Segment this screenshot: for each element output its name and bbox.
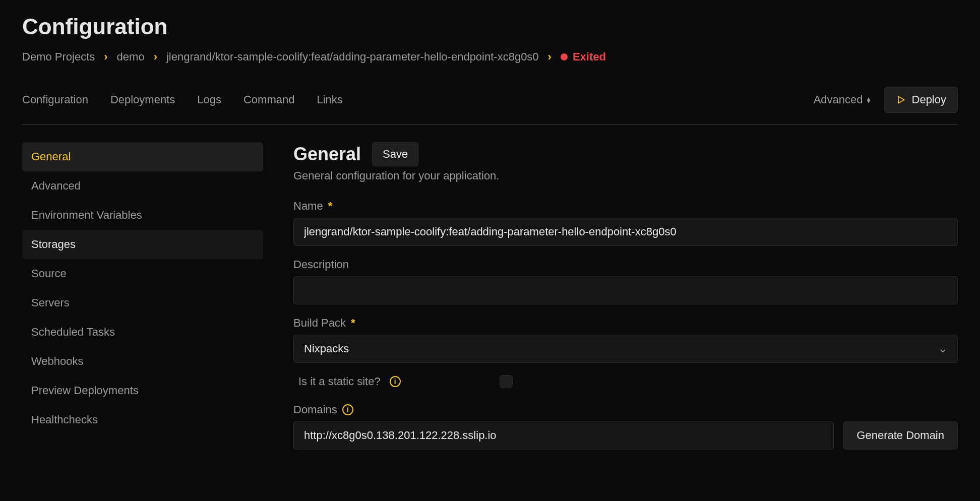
status-badge: Exited <box>561 50 606 64</box>
domains-label: Domains <box>293 403 337 416</box>
buildpack-label: Build Pack <box>293 317 346 330</box>
advanced-label: Advanced <box>814 93 863 106</box>
breadcrumb: Demo Projects › demo › jlengrand/ktor-sa… <box>22 50 958 64</box>
info-icon[interactable]: i <box>390 376 401 387</box>
info-icon[interactable]: i <box>342 404 353 415</box>
name-label: Name <box>293 200 323 213</box>
sidebar-item-preview-deployments[interactable]: Preview Deployments <box>22 376 263 405</box>
sidebar-item-healthchecks[interactable]: Healthchecks <box>22 405 263 434</box>
breadcrumb-item-projects[interactable]: Demo Projects <box>22 50 95 64</box>
chevron-right-icon: › <box>104 50 107 64</box>
tab-logs[interactable]: Logs <box>197 93 221 106</box>
tab-links[interactable]: Links <box>317 93 342 106</box>
sidebar-item-scheduled-tasks[interactable]: Scheduled Tasks <box>22 318 263 347</box>
page-title: Configuration <box>22 14 958 39</box>
description-input[interactable] <box>293 276 958 304</box>
tabbar: Configuration Deployments Logs Command L… <box>22 87 958 125</box>
sidebar-item-general[interactable]: General <box>22 142 263 171</box>
tab-configuration[interactable]: Configuration <box>22 93 88 106</box>
expand-icon: ▴▾ <box>867 97 870 103</box>
svg-marker-0 <box>898 96 904 103</box>
description-label: Description <box>293 258 349 271</box>
sidebar-item-environment-variables[interactable]: Environment Variables <box>22 201 263 230</box>
chevron-right-icon: › <box>548 50 552 64</box>
status-label: Exited <box>573 50 606 64</box>
sidebar: General Advanced Environment Variables S… <box>22 142 263 462</box>
sidebar-item-webhooks[interactable]: Webhooks <box>22 347 263 376</box>
static-checkbox[interactable] <box>500 375 513 388</box>
tab-deployments[interactable]: Deployments <box>110 93 175 106</box>
required-icon: * <box>328 200 333 213</box>
section-title: General <box>293 144 361 165</box>
breadcrumb-item-env[interactable]: demo <box>117 50 145 64</box>
required-icon: * <box>351 317 355 330</box>
sidebar-item-servers[interactable]: Servers <box>22 288 263 318</box>
advanced-menu[interactable]: Advanced ▴▾ <box>814 93 870 106</box>
deploy-button[interactable]: Deploy <box>884 87 958 113</box>
generate-domain-button[interactable]: Generate Domain <box>843 421 958 450</box>
section-subtitle: General configuration for your applicati… <box>293 169 958 182</box>
sidebar-item-advanced[interactable]: Advanced <box>22 171 263 201</box>
save-button[interactable]: Save <box>372 142 418 166</box>
static-label: Is it a static site? <box>298 375 381 388</box>
deploy-button-label: Deploy <box>912 93 946 106</box>
chevron-right-icon: › <box>154 50 157 64</box>
name-input[interactable] <box>293 218 958 246</box>
tab-command[interactable]: Command <box>243 93 294 106</box>
chevron-down-icon: ⌄ <box>938 342 947 355</box>
domains-input[interactable] <box>293 421 834 450</box>
status-dot-icon <box>561 53 568 60</box>
sidebar-item-storages[interactable]: Storages <box>22 230 263 259</box>
breadcrumb-item-app[interactable]: jlengrand/ktor-sample-coolify:feat/addin… <box>166 50 539 64</box>
buildpack-select[interactable]: Nixpacks ⌄ <box>293 335 958 363</box>
sidebar-item-source[interactable]: Source <box>22 259 263 288</box>
play-icon <box>896 95 906 105</box>
buildpack-value: Nixpacks <box>304 342 349 355</box>
